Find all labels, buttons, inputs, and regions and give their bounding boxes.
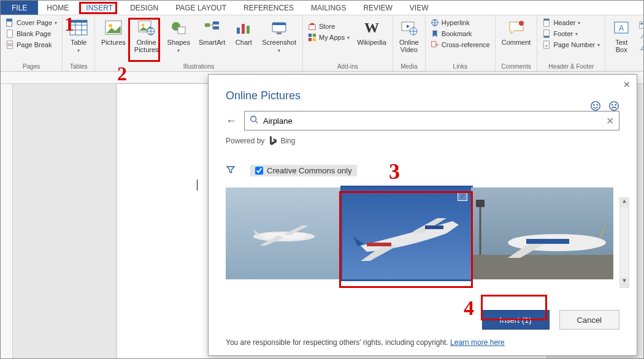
bookmark-icon xyxy=(431,29,439,38)
footer-label: Footer xyxy=(553,30,573,37)
chart-button[interactable]: Chart xyxy=(231,17,256,63)
tab-view[interactable]: VIEW xyxy=(401,1,437,15)
dialog-close-button[interactable]: ✕ xyxy=(623,80,631,89)
scroll-down-button[interactable]: ▼ xyxy=(620,278,629,287)
group-text-label xyxy=(609,63,644,71)
result-thumb-2[interactable]: ✓ xyxy=(342,187,471,279)
result-thumb-3[interactable] xyxy=(471,187,613,279)
clear-search-button[interactable]: ✕ xyxy=(606,115,614,127)
hyperlink-icon xyxy=(431,18,439,27)
quick-parts-button[interactable]: ▾ xyxy=(637,20,644,30)
bookmark-label: Bookmark xyxy=(442,30,472,37)
dropdown-icon: ▾ xyxy=(597,42,600,48)
online-video-button[interactable]: Online Video xyxy=(397,17,421,63)
pictures-button[interactable]: Pictures xyxy=(99,17,128,63)
frown-icon[interactable] xyxy=(608,100,619,111)
svg-point-38 xyxy=(519,21,524,26)
svg-point-13 xyxy=(109,24,112,28)
text-box-button[interactable]: A Text Box xyxy=(609,17,634,63)
shapes-button[interactable]: Shapes▾ xyxy=(165,17,193,63)
cancel-button[interactable]: Cancel xyxy=(559,310,619,330)
dropdown-icon: ▾ xyxy=(347,35,350,40)
search-input[interactable] xyxy=(263,116,601,126)
svg-rect-70 xyxy=(425,225,443,229)
online-video-label: Online Video xyxy=(399,39,419,53)
online-pictures-button[interactable]: Online Pictures xyxy=(132,17,161,63)
tab-file[interactable]: FILE xyxy=(1,1,38,15)
svg-rect-3 xyxy=(7,41,13,43)
hyperlink-button[interactable]: Hyperlink xyxy=(429,18,491,28)
bookmark-button[interactable]: Bookmark xyxy=(429,29,491,39)
cover-page-button[interactable]: Cover Page▾ xyxy=(4,18,58,28)
store-button[interactable]: Store xyxy=(307,21,351,31)
learn-more-link[interactable]: Learn more here xyxy=(450,338,505,347)
svg-rect-26 xyxy=(272,23,286,25)
store-icon xyxy=(308,22,316,31)
table-button[interactable]: Table▾ xyxy=(66,17,91,63)
screenshot-button[interactable]: Screenshot▾ xyxy=(259,17,299,63)
screenshot-label: Screenshot xyxy=(262,39,296,46)
group-pages: Cover Page▾ Blank Page Page Break Pages xyxy=(1,15,63,71)
shapes-icon xyxy=(169,19,188,36)
svg-rect-63 xyxy=(263,233,305,239)
svg-rect-24 xyxy=(247,26,250,34)
my-apps-button[interactable]: My Apps ▾ xyxy=(307,32,351,42)
back-button[interactable]: ← xyxy=(226,115,237,127)
filter-button[interactable] xyxy=(226,165,236,176)
powered-by-label: Powered by xyxy=(226,137,264,145)
group-tables: Table▾ Tables xyxy=(63,15,95,71)
group-links: Hyperlink Bookmark Cross-reference Links xyxy=(426,15,496,71)
wikipedia-button[interactable]: W Wikipedia xyxy=(355,17,389,63)
tab-page-layout[interactable]: PAGE LAYOUT xyxy=(167,1,235,15)
result-thumb-1[interactable] xyxy=(226,187,342,279)
tab-mailings[interactable]: MAILINGS xyxy=(302,1,355,15)
svg-point-54 xyxy=(591,102,600,110)
search-results: ✓ xyxy=(226,187,619,279)
wikipedia-icon: W xyxy=(362,18,381,37)
svg-point-56 xyxy=(597,104,598,105)
blank-page-button[interactable]: Blank Page xyxy=(4,29,58,39)
page-number-label: Page Number xyxy=(553,41,595,48)
dropdown-icon: ▾ xyxy=(278,48,280,53)
creative-commons-checkbox[interactable]: Creative Commons only xyxy=(250,165,357,176)
wordart-button[interactable]: A▾ xyxy=(637,31,644,41)
insert-button[interactable]: Insert (1) xyxy=(482,310,550,330)
page-break-button[interactable]: Page Break xyxy=(4,40,58,50)
group-illustrations: Pictures Online Pictures Shapes▾ SmartAr… xyxy=(95,15,303,71)
tab-home[interactable]: HOME xyxy=(38,1,77,15)
vertical-ruler xyxy=(1,84,13,358)
tab-design[interactable]: DESIGN xyxy=(121,1,167,15)
svg-rect-23 xyxy=(242,24,245,34)
smile-icon[interactable] xyxy=(590,100,601,111)
dropdown-icon: ▾ xyxy=(77,48,80,53)
cross-reference-button[interactable]: Cross-reference xyxy=(429,40,491,50)
svg-text:#: # xyxy=(546,43,548,48)
svg-point-55 xyxy=(593,104,594,105)
group-links-label: Links xyxy=(429,63,491,71)
chart-label: Chart xyxy=(236,39,252,46)
scroll-up-button[interactable]: ▲ xyxy=(620,198,629,208)
svg-point-58 xyxy=(611,104,613,105)
copyright-disclaimer: You are responsible for respecting other… xyxy=(226,338,619,347)
my-apps-icon xyxy=(308,33,316,42)
smartart-button[interactable]: SmartArt xyxy=(196,17,228,63)
drop-cap-button[interactable]: A▾ xyxy=(637,42,644,52)
bing-logo-icon xyxy=(268,135,277,146)
svg-rect-37 xyxy=(432,42,436,47)
svg-rect-71 xyxy=(367,243,391,246)
results-scrollbar[interactable]: ▲ ▼ xyxy=(619,197,629,288)
group-text: A Text Box ▾ A▾ A▾ xyxy=(605,15,644,71)
online-video-icon xyxy=(400,19,418,36)
tab-references[interactable]: REFERENCES xyxy=(235,1,302,15)
disclaimer-text: You are responsible for respecting other… xyxy=(226,338,448,347)
group-media: Online Video Media xyxy=(393,15,426,71)
tab-review[interactable]: REVIEW xyxy=(355,1,401,15)
cc-checkbox-input[interactable] xyxy=(255,167,263,175)
chart-icon xyxy=(234,19,253,36)
footer-button[interactable]: Footer ▾ xyxy=(541,29,601,39)
tab-insert[interactable]: INSERT xyxy=(77,1,121,15)
header-button[interactable]: Header ▾ xyxy=(541,18,601,28)
svg-rect-28 xyxy=(309,25,316,29)
comment-button[interactable]: Comment xyxy=(499,17,534,63)
page-number-button[interactable]: # Page Number ▾ xyxy=(541,40,601,50)
